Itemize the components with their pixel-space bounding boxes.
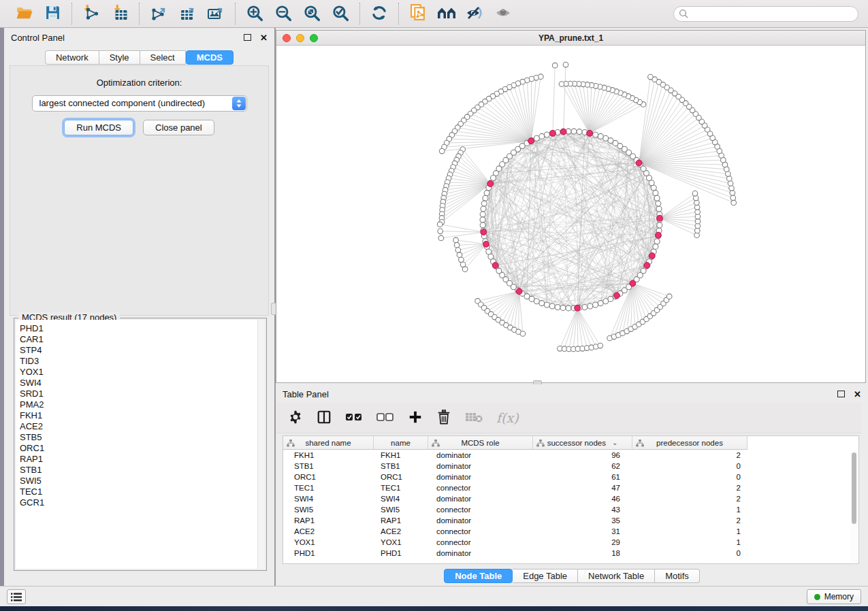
settings-button[interactable] bbox=[288, 410, 303, 426]
zoom-in-button[interactable] bbox=[240, 2, 269, 25]
tab-motifs[interactable]: Motifs bbox=[655, 569, 700, 583]
table-row[interactable]: PHD1PHD1dominator180 bbox=[283, 548, 858, 559]
result-node[interactable]: GCR1 bbox=[16, 497, 265, 508]
table-row[interactable]: ORC1ORC1dominator610 bbox=[283, 472, 858, 482]
float-table-panel-icon[interactable] bbox=[837, 391, 845, 397]
run-mcds-button[interactable]: Run MCDS bbox=[64, 120, 133, 135]
result-node[interactable]: STP4 bbox=[16, 345, 265, 356]
table-scrollbar-thumb[interactable] bbox=[852, 452, 856, 524]
search-input[interactable] bbox=[673, 6, 858, 22]
cell-successor-nodes: 31 bbox=[533, 526, 632, 537]
show-all-icon bbox=[494, 5, 514, 23]
table-row[interactable]: TEC1TEC1connector472 bbox=[283, 482, 858, 493]
tab-edge-table[interactable]: Edge Table bbox=[513, 569, 578, 583]
network-canvas[interactable] bbox=[276, 46, 865, 382]
import-table-button[interactable] bbox=[106, 2, 134, 25]
hide-selected-button[interactable] bbox=[461, 2, 489, 25]
delete-table-button[interactable] bbox=[465, 410, 483, 426]
result-node[interactable]: SRD1 bbox=[16, 389, 265, 399]
cell-MCDS-role: connector bbox=[428, 482, 533, 493]
save-button[interactable] bbox=[38, 2, 67, 25]
tab-network-table[interactable]: Network Table bbox=[578, 569, 655, 583]
status-bar: Memory bbox=[0, 586, 868, 606]
export-image-button[interactable] bbox=[202, 2, 230, 25]
table-row[interactable]: RAP1RAP1dominator352 bbox=[283, 515, 858, 526]
result-node[interactable]: STB1 bbox=[16, 465, 265, 476]
cell-successor-nodes: 96 bbox=[533, 450, 632, 461]
export-network-button[interactable] bbox=[144, 2, 173, 25]
column-header-MCDS-role[interactable]: MCDS role bbox=[428, 436, 533, 450]
column-header-successor-nodes[interactable]: successor nodes⌄ bbox=[533, 436, 632, 450]
column-header-shared-name[interactable]: shared name bbox=[283, 436, 374, 450]
cell-name: SWI5 bbox=[374, 504, 428, 515]
table-row[interactable]: SWI5SWI5connector431 bbox=[283, 504, 858, 515]
result-node[interactable]: CAR1 bbox=[16, 334, 265, 345]
table-scrollbar[interactable] bbox=[850, 450, 858, 563]
result-node[interactable]: PHD1 bbox=[16, 323, 265, 334]
tab-mcds[interactable]: MCDS bbox=[186, 50, 234, 65]
zoom-out-button[interactable] bbox=[269, 2, 298, 25]
open-button[interactable] bbox=[10, 2, 38, 25]
result-node[interactable]: PMA2 bbox=[16, 399, 265, 410]
table-row[interactable]: STB1STB1dominator620 bbox=[283, 461, 858, 472]
cell-successor-nodes: 46 bbox=[533, 493, 632, 504]
columns-button[interactable] bbox=[317, 410, 332, 426]
close-panel-icon[interactable]: ✕ bbox=[260, 33, 268, 42]
new-network-from-selection-button[interactable] bbox=[404, 2, 432, 25]
result-node[interactable]: ACE2 bbox=[16, 421, 265, 432]
result-node[interactable]: STB5 bbox=[16, 432, 265, 443]
unselect-all-button[interactable] bbox=[376, 410, 394, 426]
tab-node-table[interactable]: Node Table bbox=[444, 569, 513, 583]
close-table-panel-icon[interactable]: ✕ bbox=[854, 390, 861, 399]
cell-name: RAP1 bbox=[374, 515, 428, 526]
result-list-scrollbar[interactable] bbox=[257, 320, 265, 569]
zoom-fit-button[interactable] bbox=[298, 2, 326, 25]
zoom-selected-button[interactable] bbox=[326, 2, 355, 25]
fx-button[interactable]: f(x) bbox=[496, 410, 519, 426]
delete-button[interactable] bbox=[436, 410, 451, 426]
result-node[interactable]: TEC1 bbox=[16, 486, 265, 497]
hierarchy-icon bbox=[636, 440, 644, 448]
export-table-button[interactable] bbox=[173, 2, 202, 25]
result-node[interactable]: SWI4 bbox=[16, 378, 265, 389]
maximize-window-icon[interactable] bbox=[310, 34, 318, 42]
show-all-button[interactable] bbox=[489, 2, 518, 25]
cell-predecessor-nodes: 1 bbox=[632, 504, 748, 515]
result-node[interactable]: TID3 bbox=[16, 356, 265, 367]
first-neighbors-button[interactable] bbox=[432, 2, 461, 25]
close-window-icon[interactable] bbox=[283, 34, 291, 42]
delete-icon bbox=[437, 410, 451, 427]
table-header-row: shared namenameMCDS rolesuccessor nodes⌄… bbox=[283, 436, 858, 450]
add-button[interactable] bbox=[408, 410, 423, 426]
result-node[interactable]: ORC1 bbox=[16, 443, 265, 454]
tab-style[interactable]: Style bbox=[99, 50, 140, 65]
mcds-result-list[interactable]: PHD1CAR1STP4TID3YOX1SWI4SRD1PMA2FKH1ACE2… bbox=[16, 320, 265, 569]
result-node[interactable]: SWI5 bbox=[16, 476, 265, 486]
zoom-out-icon bbox=[274, 4, 292, 24]
import-network-button[interactable] bbox=[77, 2, 106, 25]
float-panel-icon[interactable] bbox=[244, 34, 251, 41]
refresh-button[interactable] bbox=[365, 2, 393, 25]
export-image-icon bbox=[206, 4, 225, 24]
tab-network[interactable]: Network bbox=[45, 50, 99, 65]
memory-button[interactable]: Memory bbox=[807, 589, 861, 604]
column-header-predecessor-nodes[interactable]: predecessor nodes bbox=[632, 436, 748, 450]
result-node[interactable]: YOX1 bbox=[16, 367, 265, 378]
mcds-result-group: MCDS result (17 nodes) PHD1CAR1STP4TID3Y… bbox=[14, 318, 267, 571]
network-graph[interactable] bbox=[276, 46, 865, 382]
network-view-window: YPA_prune.txt_1 bbox=[276, 30, 866, 383]
close-panel-button[interactable]: Close panel bbox=[143, 120, 214, 135]
minimize-window-icon[interactable] bbox=[296, 34, 304, 42]
mcds-tab-content: Optimization criterion: largest connecte… bbox=[10, 65, 269, 316]
table-row[interactable]: FKH1FKH1dominator962 bbox=[283, 450, 858, 461]
table-row[interactable]: YOX1YOX1connector291 bbox=[283, 537, 858, 548]
result-node[interactable]: RAP1 bbox=[16, 454, 265, 465]
table-row[interactable]: SWI4SWI4dominator462 bbox=[283, 493, 858, 504]
task-history-button[interactable] bbox=[7, 589, 26, 604]
tab-select[interactable]: Select bbox=[140, 50, 186, 65]
table-row[interactable]: ACE2ACE2connector311 bbox=[283, 526, 858, 537]
column-header-name[interactable]: name bbox=[374, 436, 428, 450]
result-node[interactable]: FKH1 bbox=[16, 410, 265, 421]
select-all-button[interactable] bbox=[345, 410, 363, 426]
optimization-criterion-select[interactable]: largest connected component (undirected) bbox=[32, 95, 247, 112]
